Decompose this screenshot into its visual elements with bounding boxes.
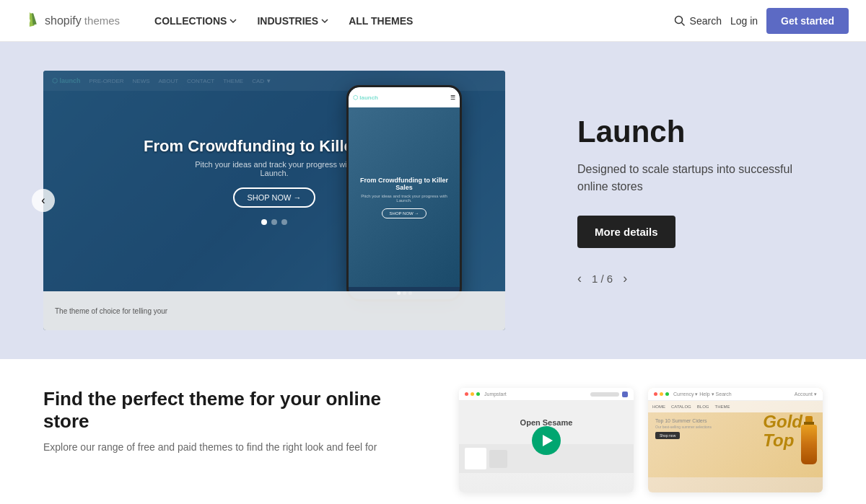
- menu-item: THEME: [714, 404, 730, 409]
- mobile-cart: ☰: [450, 94, 455, 101]
- card-actions: [590, 392, 628, 397]
- logo-text: shopify themes: [45, 13, 120, 28]
- dot-green: [476, 392, 480, 396]
- play-button[interactable]: [532, 426, 561, 455]
- theme-cards: Jumpstart Open Sesame: [459, 388, 823, 492]
- deli-gold-text: GoldTop: [763, 412, 802, 451]
- mobile-screen: ⬡ launch ☰ From Crowdfunding to Killer S…: [349, 87, 460, 299]
- bottle: [801, 416, 817, 474]
- dot: [281, 219, 287, 225]
- chevron-down-icon: [229, 17, 237, 25]
- bottle-body: [801, 425, 817, 464]
- mobile-preview: ⬡ launch ☰ From Crowdfunding to Killer S…: [346, 85, 462, 301]
- bottom-strip-text: The theme of choice for telling your: [55, 307, 167, 315]
- svg-line-1: [681, 22, 684, 25]
- mobile-logo: ⬡ launch: [353, 94, 378, 101]
- theme-title: Launch: [577, 115, 823, 149]
- more-details-button[interactable]: More details: [577, 216, 675, 248]
- slide-dots: [261, 219, 287, 225]
- shop-btn: Shop now: [655, 432, 680, 439]
- pagination-prev[interactable]: ‹: [577, 271, 582, 286]
- hero-preview-area: ⬡ launch PRE-ORDER NEWS ABOUT CONTACT TH…: [43, 71, 534, 330]
- hero-info: Launch Designed to scale startups into s…: [577, 115, 823, 286]
- navigation: shopify themes COLLECTIONS INDUSTRIES AL…: [0, 0, 866, 42]
- menu-item: BLOG: [697, 404, 709, 409]
- menu-item: HOME: [652, 404, 665, 409]
- play-icon: [543, 435, 553, 446]
- deli-header-label: Currency ▾ Help ▾ Search: [673, 392, 732, 397]
- preview-btn: [622, 392, 628, 397]
- hero-section: ⬡ launch PRE-ORDER NEWS ABOUT CONTACT TH…: [0, 42, 866, 359]
- dot-yellow: [471, 392, 474, 396]
- theme-card-jumpstart[interactable]: Jumpstart Open Sesame: [459, 388, 634, 492]
- card-header: Currency ▾ Help ▾ Search Account ▾: [648, 388, 823, 401]
- deli-hero: Top 10 Summer Ciders Our best-selling su…: [648, 412, 823, 477]
- chevron-down-icon: [321, 17, 328, 25]
- bottom-subtext: Explore our range of free and paid theme…: [43, 440, 430, 455]
- svg-point-0: [675, 16, 682, 23]
- card-header: Jumpstart: [459, 388, 634, 401]
- all-themes-nav[interactable]: ALL THEMES: [340, 11, 421, 31]
- hero-prev-arrow[interactable]: ‹: [32, 189, 55, 212]
- card-img-placeholder: [489, 450, 507, 468]
- mobile-content: From Crowdfunding to Killer Sales Pitch …: [349, 107, 460, 287]
- bottom-section: Find the perfect theme for your online s…: [0, 359, 866, 504]
- logo[interactable]: shopify themes: [17, 9, 120, 32]
- dot-green: [665, 392, 669, 396]
- shopify-logo-icon: [17, 9, 40, 32]
- dot: [271, 219, 277, 225]
- card-dots: [465, 392, 480, 396]
- card-dots: [654, 392, 669, 396]
- nav-right: Search Log in Get started: [674, 8, 849, 34]
- search-icon: [674, 15, 686, 27]
- dot-red: [465, 392, 468, 396]
- card-inner: Currency ▾ Help ▾ Search Account ▾ HOME …: [648, 388, 823, 492]
- theme-card-deli[interactable]: Currency ▾ Help ▾ Search Account ▾ HOME …: [648, 388, 823, 492]
- pagination-display: 1 / 6: [592, 273, 613, 285]
- dot-red: [654, 392, 657, 396]
- bottom-text: Find the perfect theme for your online s…: [43, 388, 430, 492]
- bottle-cap: [805, 416, 813, 422]
- card-inner: Jumpstart Open Sesame: [459, 388, 634, 492]
- jumpstart-label: Jumpstart: [484, 392, 507, 397]
- nav-links: COLLECTIONS INDUSTRIES ALL THEMES: [146, 11, 674, 31]
- shop-now-btn: SHOP NOW →: [233, 187, 316, 208]
- industries-nav[interactable]: INDUSTRIES: [248, 11, 337, 31]
- login-button[interactable]: Log in: [730, 15, 758, 27]
- get-started-button[interactable]: Get started: [766, 8, 849, 34]
- mobile-header: ⬡ launch ☰: [349, 87, 460, 107]
- card-img-placeholder: [465, 448, 486, 469]
- hero-pagination: ‹ 1 / 6 ›: [577, 271, 823, 286]
- deli-menu-bar: HOME CATALOG BLOG THEME: [648, 401, 823, 412]
- menu-item: CATALOG: [671, 404, 691, 409]
- search-button[interactable]: Search: [674, 15, 722, 27]
- theme-preview: ⬡ launch PRE-ORDER NEWS ABOUT CONTACT TH…: [43, 71, 505, 330]
- collections-nav[interactable]: COLLECTIONS: [146, 11, 245, 31]
- theme-description: Designed to scale startups into successf…: [577, 161, 823, 195]
- mobile-shop-btn: SHOP NOW →: [382, 208, 427, 218]
- bottom-heading: Find the perfect theme for your online s…: [43, 388, 430, 433]
- dot-active: [261, 219, 267, 225]
- preview-bar: [590, 392, 619, 397]
- dot-yellow: [660, 392, 663, 396]
- pagination-next[interactable]: ›: [623, 271, 627, 286]
- account-btn: Account ▾: [795, 392, 817, 397]
- preview-bottom-strip: The theme of choice for telling your: [43, 291, 505, 330]
